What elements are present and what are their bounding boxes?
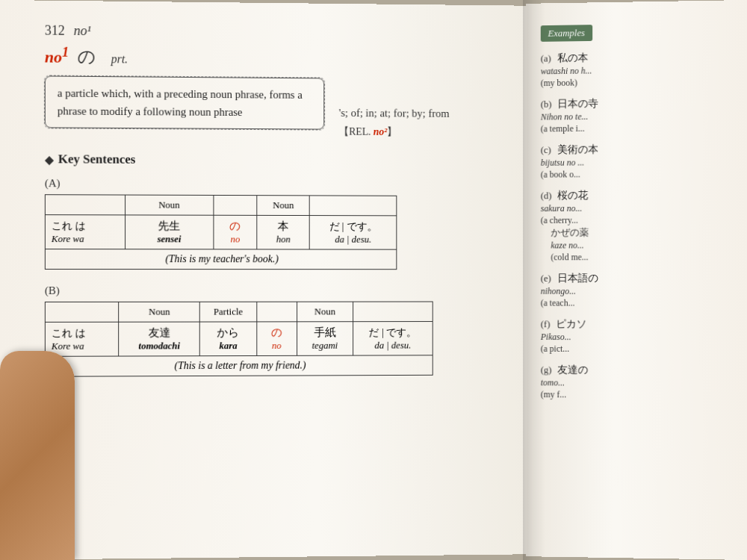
header-noun1: Noun	[125, 195, 213, 215]
example-b: (b) 日本の寺 Nihon no te... (a temple i...	[541, 96, 732, 134]
definition-box: a particle which, with a preceding noun …	[45, 76, 324, 130]
table-row: これ は Kore wa 先生 sensei の no	[45, 215, 396, 249]
example-d2-english: (cold me...	[551, 252, 588, 262]
examples-section: Examples (a) 私の本 watashi no h... (my boo…	[541, 22, 732, 402]
table-a: Noun Noun これ は Kore wa 先生	[45, 195, 397, 270]
example-d-romaji: sakura no...	[541, 203, 582, 214]
table-b-note: (This is a letter from my friend.)	[45, 355, 433, 377]
table-row: Noun Noun	[45, 195, 396, 216]
cell-korewa: これ は Kore wa	[45, 215, 125, 249]
table-a-section: (A) Noun Noun これ は Ko	[45, 178, 498, 270]
rel-note: 【REL. no²】	[339, 125, 450, 140]
cell-b-tegami: 手紙 tegami	[297, 322, 353, 356]
key-sentences-title: Key Sentences	[58, 152, 135, 167]
example-d2-romaji: kaze no...	[551, 240, 583, 251]
example-e-romaji: nihongo...	[541, 286, 576, 296]
diamond-icon: ◆	[45, 152, 54, 167]
table-a-note-row: (This is my teacher's book.)	[45, 249, 396, 270]
right-page: Examples (a) 私の本 watashi no h... (my boo…	[526, 0, 747, 560]
example-a: (a) 私の本 watashi no h... (my book)	[541, 49, 732, 89]
example-g: (g) 友達の tomo... (my f...	[541, 364, 732, 402]
example-a-english: (my book)	[541, 78, 577, 88]
header-noun2: Noun	[257, 196, 309, 216]
cell-b-kara: から kara	[200, 322, 257, 356]
table-b-label: (B)	[45, 284, 498, 297]
table-b-note-row: (This is a letter from my friend.)	[45, 355, 433, 377]
example-g-japanese: 友達の	[558, 364, 589, 376]
example-c-romaji: bijutsu no ...	[541, 158, 584, 168]
entry-word-no: no1	[45, 45, 69, 68]
rel-label: 【REL.	[339, 126, 374, 137]
page-spread: 312 no¹ no1 の prt. a particle which, wit…	[0, 0, 747, 560]
cell-b-dadesu: だ | です。 da | desu.	[353, 322, 433, 356]
example-e: (e) 日本語の nihongo... (a teach...	[541, 272, 732, 309]
example-a-japanese: 私の本	[557, 52, 588, 63]
key-sentences-header: ◆ Key Sentences	[45, 152, 498, 169]
table-a-label: (A)	[45, 178, 498, 192]
page-number: 312	[45, 23, 65, 39]
example-b-english: (a temple i...	[541, 123, 585, 134]
entry-pos: prt.	[111, 53, 128, 66]
cell-hon: 本 hon	[257, 216, 309, 250]
example-c: (c) 美術の本 bijutsu no ... (a book o...	[541, 142, 732, 180]
table-a-note: (This is my teacher's book.)	[45, 249, 396, 270]
example-e-japanese: 日本語の	[557, 273, 598, 284]
rel-word: no²	[374, 126, 387, 137]
table-b: Noun Particle Noun これ は Kore wa	[45, 302, 433, 377]
page-shadow	[523, 0, 545, 560]
example-c-japanese: 美術の本	[557, 144, 598, 155]
page-number-line: 312 no¹	[45, 23, 498, 43]
example-d-japanese: 桜の花	[558, 190, 589, 201]
table-row: Noun Particle Noun	[45, 302, 433, 322]
rel-close: 】	[387, 126, 397, 137]
left-page: 312 no¹ no1 の prt. a particle which, wit…	[0, 0, 527, 560]
entry-kana: の	[78, 45, 96, 69]
cell-b-korewa: これ は Kore wa	[45, 323, 118, 357]
example-f: (f) ピカソ Pikaso... (a pict...	[541, 317, 732, 355]
cell-sensei: 先生 sensei	[125, 215, 213, 249]
cell-no: の no	[213, 216, 257, 250]
table-b-section: (B) Noun Particle Noun	[45, 284, 498, 377]
example-d2-japanese: かぜの薬	[551, 227, 589, 238]
example-b-romaji: Nihon no te...	[541, 111, 589, 122]
header-b-particle: Particle	[200, 302, 257, 323]
header-b-noun2: Noun	[297, 302, 353, 322]
example-d-english: (a cherry...	[541, 215, 578, 225]
example-e-english: (a teach...	[541, 298, 575, 308]
left-hand	[0, 351, 75, 560]
entry-header: no1 の prt.	[45, 45, 498, 72]
examples-header: Examples	[541, 25, 592, 42]
cell-b-tomodachi: 友達 tomodachi	[119, 322, 200, 356]
table-row: これ は Kore wa 友達 tomodachi から kara	[45, 322, 433, 357]
cell-dadesu: だ | です。 da | desu.	[309, 216, 396, 250]
meanings-text: 's; of; in; at; for; by; from	[339, 107, 450, 120]
example-b-japanese: 日本の寺	[558, 98, 599, 109]
header-b-noun1: Noun	[119, 302, 200, 323]
example-f-japanese: ピカソ	[556, 318, 586, 329]
definition-text: a particle which, with a preceding noun …	[58, 87, 303, 118]
example-d: (d) 桜の花 sakura no... (a cherry... かぜの薬 k…	[541, 188, 732, 263]
example-a-romaji: watashi no h...	[541, 66, 592, 77]
example-c-english: (a book o...	[541, 169, 580, 179]
meanings-area: 's; of; in; at; for; by; from 【REL. no²】	[339, 107, 450, 139]
cell-b-no: の no	[256, 322, 297, 356]
entry-title: no¹	[74, 23, 91, 39]
